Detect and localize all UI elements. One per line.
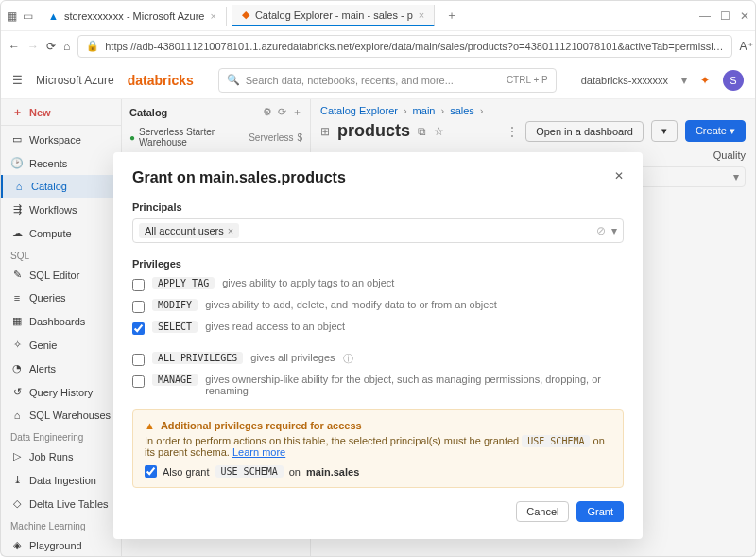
search-shortcut: CTRL + P (507, 75, 548, 85)
principals-label: Principals (132, 201, 624, 213)
tab-label: storexxxxxxx - Microsoft Azure (64, 10, 205, 22)
close-icon[interactable]: ✕ (614, 169, 624, 183)
priv-tag: MANAGE (152, 374, 198, 386)
home-button[interactable]: ⌂ (63, 40, 70, 53)
browser-tab-catalog[interactable]: ◆ Catalog Explorer - main - sales - p × (232, 5, 435, 26)
checkbox[interactable] (132, 279, 145, 291)
alert-title: Additional privileges required for acces… (161, 420, 362, 431)
browser-tab-azure[interactable]: ▲ storexxxxxxx - Microsoft Azure × (39, 7, 227, 26)
assistant-icon[interactable]: ✦ (700, 74, 710, 87)
priv-tag: ALL PRIVILEGES (152, 352, 243, 364)
priv-select[interactable]: SELECT gives read access to an object (132, 321, 624, 335)
tab-list-icon[interactable]: ▭ (23, 9, 33, 23)
databricks-icon: ◆ (242, 9, 249, 21)
principals-field[interactable]: All account users × ⊘ ▾ (132, 218, 624, 243)
schema-tag: USE SCHEMA (522, 435, 590, 447)
priv-desc: gives read access to an object (205, 321, 345, 332)
chevron-down-icon[interactable]: ▾ (611, 224, 617, 237)
priv-all[interactable]: ALL PRIVILEGES gives all privileges ⓘ (132, 352, 624, 366)
priv-tag: APPLY TAG (152, 277, 215, 289)
priv-tag: MODIFY (152, 299, 198, 311)
remove-chip-icon[interactable]: × (228, 225, 233, 236)
new-tab-button[interactable]: ＋ (440, 8, 463, 24)
priv-desc: gives ability to add, delete, and modify… (205, 299, 497, 310)
search-placeholder: Search data, notebooks, recents, and mor… (246, 75, 454, 86)
priv-desc: gives ownership-like ability for the obj… (205, 374, 624, 396)
window-minimize[interactable]: ― (699, 9, 711, 23)
search-icon: 🔍 (227, 74, 240, 86)
checkbox[interactable] (132, 301, 145, 313)
checkbox[interactable] (132, 354, 145, 366)
user-avatar[interactable]: S (723, 70, 744, 91)
also-grant-target: main.sales (306, 466, 359, 478)
priv-manage[interactable]: MANAGE gives ownership-like ability for … (132, 374, 624, 396)
privileges-label: Privileges (132, 258, 624, 270)
alert-body: In order to perform actions on this tabl… (145, 435, 611, 458)
tab-actions-icon[interactable]: ▦ (7, 9, 17, 23)
modal-title: Grant on main.sales.products (132, 169, 624, 186)
azure-icon: ▲ (48, 10, 59, 22)
also-grant-row[interactable]: Also grant USE SCHEMA on main.sales (145, 465, 611, 478)
window-close[interactable]: ✕ (740, 9, 749, 23)
tab-label: Catalog Explorer - main - sales - p (255, 9, 413, 21)
cancel-button[interactable]: Cancel (516, 501, 569, 522)
read-aloud-icon[interactable]: A⁺ (740, 40, 753, 53)
priv-desc: gives ability to apply tags to an object (222, 277, 394, 288)
chevron-down-icon[interactable]: ▾ (681, 74, 687, 87)
browser-toolbar: ← → ⟳ ⌂ 🔒 https://adb-4380111210078101.1… (1, 31, 755, 61)
priv-apply-tag[interactable]: APPLY TAG gives ability to apply tags to… (132, 277, 624, 291)
back-button[interactable]: ← (9, 40, 20, 53)
modal-overlay: ✕ Grant on main.sales.products Principal… (1, 99, 755, 556)
databricks-brand: databricks (128, 73, 194, 88)
window-maximize[interactable]: ☐ (720, 9, 730, 23)
app-header: ☰ Microsoft Azure databricks 🔍 Search da… (1, 61, 755, 99)
ms-azure-label: Microsoft Azure (36, 74, 114, 87)
refresh-button[interactable]: ⟳ (46, 40, 56, 53)
warning-icon: ▲ (145, 420, 155, 431)
account-name[interactable]: databricks-xxxxxxx (581, 75, 668, 86)
checkbox[interactable] (132, 322, 145, 335)
priv-modify[interactable]: MODIFY gives ability to add, delete, and… (132, 299, 624, 313)
learn-more-link[interactable]: Learn more (232, 446, 285, 458)
grant-modal: ✕ Grant on main.sales.products Principal… (113, 152, 643, 539)
grant-button[interactable]: Grant (576, 501, 624, 522)
clear-icon[interactable]: ⊘ (596, 224, 606, 237)
alert-box: ▲ Additional privileges required for acc… (132, 409, 624, 488)
global-search[interactable]: 🔍 Search data, notebooks, recents, and m… (218, 68, 557, 93)
priv-desc: gives all privileges (250, 352, 335, 363)
principal-chip[interactable]: All account users × (139, 223, 239, 238)
close-tab-icon[interactable]: × (419, 9, 424, 21)
address-bar[interactable]: 🔒 https://adb-4380111210078101.1.azureda… (77, 35, 731, 58)
lock-icon: 🔒 (86, 40, 99, 52)
close-tab-icon[interactable]: × (210, 10, 215, 22)
forward-button: → (27, 40, 39, 53)
priv-tag: SELECT (152, 321, 198, 333)
schema-tag: USE SCHEMA (215, 465, 284, 478)
also-grant-checkbox[interactable] (145, 465, 157, 478)
browser-tab-bar: ▦ ▭ ▲ storexxxxxxx - Microsoft Azure × ◆… (1, 1, 755, 31)
info-icon[interactable]: ⓘ (343, 352, 353, 366)
menu-icon[interactable]: ☰ (12, 74, 23, 87)
checkbox[interactable] (132, 375, 145, 388)
url-text: https://adb-4380111210078101.1.azuredata… (105, 41, 723, 52)
